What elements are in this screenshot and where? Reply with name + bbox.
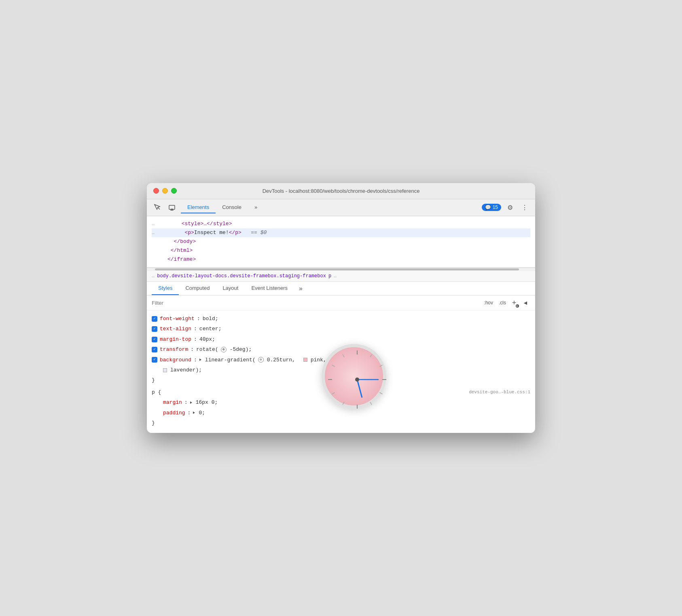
checkbox-text-align[interactable]: [152, 326, 157, 332]
breadcrumb-body[interactable]: body.devsite-layout-docs.devsite-framebo…: [157, 273, 326, 279]
expand-padding-icon[interactable]: [193, 411, 195, 414]
gradient-stop-icon[interactable]: ⊖: [258, 357, 264, 363]
clock-container: [322, 344, 386, 409]
css-prop-margin-top: margin-top : 40px;: [152, 334, 530, 344]
maximize-button[interactable]: [171, 188, 177, 194]
settings-icon[interactable]: ⚙: [504, 202, 516, 213]
breadcrumb-dots: …: [152, 273, 155, 279]
menu-icon[interactable]: ⋮: [519, 202, 530, 213]
svg-line-11: [343, 402, 344, 405]
hov-button[interactable]: :hov: [482, 299, 495, 306]
notifications-badge[interactable]: 💬 15: [482, 204, 501, 211]
expand-triangle-icon[interactable]: [199, 359, 201, 361]
tab-elements[interactable]: Elements: [181, 202, 216, 213]
svg-line-5: [370, 354, 372, 357]
svg-line-6: [379, 365, 382, 367]
devtools-window: DevTools - localhost:8080/web/tools/chro…: [147, 183, 535, 433]
dots-icon2: …: [152, 229, 155, 237]
checkbox-font-weight[interactable]: [152, 316, 157, 322]
svg-line-8: [379, 392, 382, 394]
html-line-style: … <style>…</style>: [152, 219, 530, 228]
panel-tabs: Styles Computed Layout Event Listeners »: [147, 282, 535, 295]
traffic-lights: [153, 188, 177, 194]
checkbox-background[interactable]: [152, 357, 157, 363]
svg-line-9: [370, 402, 372, 405]
css-source[interactable]: devsite-goo…-blue.css:1: [469, 388, 530, 397]
html-scrollbar[interactable]: [147, 268, 535, 271]
svg-line-16: [357, 380, 362, 397]
filter-actions: :hov .cls + ▸ ◄: [482, 298, 530, 308]
css-rule-2-close: }: [152, 418, 530, 428]
css-content: font-weight : bold; text-align : center;…: [147, 310, 535, 433]
chat-icon: 💬: [485, 205, 491, 210]
tab-more-icon[interactable]: »: [296, 283, 306, 294]
minimize-button[interactable]: [162, 188, 168, 194]
clock-face: [322, 344, 386, 409]
cls-button[interactable]: .cls: [497, 299, 508, 306]
inspect-element-icon[interactable]: [152, 202, 163, 213]
checkbox-transform[interactable]: [152, 347, 157, 352]
tab-event-listeners[interactable]: Event Listeners: [245, 282, 294, 295]
device-toggle-icon[interactable]: [166, 202, 178, 213]
svg-line-14: [332, 365, 335, 367]
tab-more[interactable]: »: [248, 202, 264, 213]
window-title: DevTools - localhost:8080/web/tools/chro…: [263, 188, 420, 194]
svg-line-12: [332, 392, 335, 394]
tab-styles[interactable]: Styles: [152, 282, 179, 295]
angle-icon[interactable]: ⊙: [221, 347, 227, 352]
html-line-p[interactable]: … <p>Inspect me!</p> == $0: [152, 228, 530, 237]
badge-count: 15: [493, 205, 498, 210]
devtools-toolbar: Elements Console » 💬 15 ⚙ ⋮: [147, 199, 535, 216]
scrollbar-thumb: [155, 268, 519, 270]
sidebar-toggle-icon[interactable]: ◄: [521, 298, 530, 308]
add-badge: ▸: [516, 304, 519, 308]
html-line-body: </body>: [152, 237, 530, 246]
checkbox-margin-top[interactable]: [152, 337, 157, 342]
pink-swatch[interactable]: [303, 358, 307, 362]
close-button[interactable]: [153, 188, 159, 194]
svg-point-18: [355, 378, 359, 382]
dots-icon: …: [152, 220, 155, 228]
add-style-button[interactable]: + ▸: [510, 299, 518, 307]
svg-line-15: [343, 354, 344, 357]
clock-ticks: [325, 347, 390, 412]
tab-computed[interactable]: Computed: [179, 282, 216, 295]
tab-layout[interactable]: Layout: [216, 282, 245, 295]
lavender-swatch[interactable]: [163, 368, 167, 372]
css-prop-font-weight: font-weight : bold;: [152, 314, 530, 324]
filter-input[interactable]: [152, 300, 479, 306]
title-bar: DevTools - localhost:8080/web/tools/chro…: [147, 183, 535, 199]
html-line-html: </html>: [152, 246, 530, 255]
html-panel: … <style>…</style> … <p>Inspect me!</p> …: [147, 216, 535, 268]
html-line-iframe: </iframe>: [152, 255, 530, 264]
breadcrumb: … body.devsite-layout-docs.devsite-frame…: [147, 271, 535, 282]
breadcrumb-p[interactable]: p: [328, 273, 331, 279]
style-tag: <style>…</style>: [182, 221, 232, 227]
breadcrumb-more[interactable]: …: [334, 273, 337, 279]
expand-margin-icon[interactable]: [190, 401, 192, 404]
toolbar-right: 💬 15 ⚙ ⋮: [482, 202, 530, 213]
tab-console[interactable]: Console: [216, 202, 248, 213]
svg-line-0: [158, 207, 160, 209]
styles-panel: Styles Computed Layout Event Listeners »…: [147, 282, 535, 433]
filter-bar: :hov .cls + ▸ ◄: [147, 295, 535, 310]
main-tabs: Elements Console »: [181, 202, 479, 213]
css-prop-text-align: text-align : center;: [152, 324, 530, 334]
